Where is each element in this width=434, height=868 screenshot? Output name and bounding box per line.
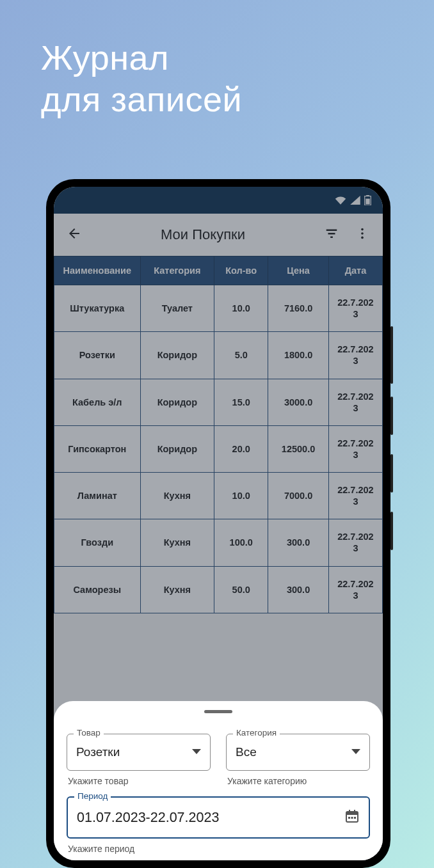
wifi-icon xyxy=(335,196,346,205)
cell-category: Туалет xyxy=(140,285,214,332)
cellular-icon xyxy=(350,196,360,205)
cell-date: 22.7.2023 xyxy=(328,379,382,425)
status-bar xyxy=(54,187,383,214)
table-row[interactable]: РозеткиКоридор5.01800.022.7.2023 xyxy=(54,332,383,379)
svg-rect-7 xyxy=(346,812,358,815)
calendar-icon xyxy=(344,809,360,826)
cell-qty: 5.0 xyxy=(214,332,268,379)
cell-date: 22.7.2023 xyxy=(328,332,382,379)
phone-side-button xyxy=(390,512,393,550)
cell-name: Штукатурка xyxy=(54,285,141,332)
th-price: Цена xyxy=(268,256,329,285)
cell-qty: 10.0 xyxy=(214,473,268,519)
hero-line2: для записей xyxy=(41,79,242,120)
cell-date: 22.7.2023 xyxy=(328,285,382,332)
phone-side-button xyxy=(390,454,393,493)
cell-price: 7160.0 xyxy=(268,285,329,332)
battery-icon xyxy=(364,195,371,205)
cell-price: 7000.0 xyxy=(268,473,329,519)
cell-name: Кабель э/л xyxy=(54,379,141,425)
chevron-down-icon xyxy=(351,749,360,755)
svg-rect-10 xyxy=(348,817,350,819)
product-field: Товар Розетки Укажите товар xyxy=(67,734,211,786)
hero-title: Журнал для записей xyxy=(41,37,242,120)
product-helper: Укажите товар xyxy=(68,776,209,786)
arrow-back-icon xyxy=(67,226,82,244)
cell-category: Коридор xyxy=(140,332,214,379)
cell-category: Коридор xyxy=(140,425,214,472)
table-row[interactable]: ГвоздиКухня100.0300.022.7.2023 xyxy=(54,519,383,566)
table-header-row: Наименование Категория Кол-во Цена Дата xyxy=(54,256,383,285)
svg-rect-8 xyxy=(349,810,350,813)
svg-rect-12 xyxy=(354,817,356,819)
filter-button[interactable] xyxy=(319,222,344,248)
back-button[interactable] xyxy=(61,222,87,248)
svg-rect-11 xyxy=(351,817,353,819)
svg-point-5 xyxy=(361,237,364,239)
category-helper: Укажите категорию xyxy=(227,776,369,786)
category-value: Все xyxy=(236,745,351,759)
cell-price: 12500.0 xyxy=(268,425,329,472)
cell-name: Гипсокартон xyxy=(54,425,141,472)
phone-screen: Мои Покупки Наименование Категория Кол-в… xyxy=(54,187,383,860)
product-value: Розетки xyxy=(76,745,192,759)
cell-qty: 10.0 xyxy=(214,285,268,332)
phone-power-button xyxy=(390,326,393,384)
th-name: Наименование xyxy=(54,256,141,285)
cell-category: Кухня xyxy=(140,519,214,566)
cell-name: Саморезы xyxy=(54,566,141,613)
purchases-table: Наименование Категория Кол-во Цена Дата … xyxy=(54,256,383,613)
filter-bottom-sheet: Товар Розетки Укажите товар Категория Вс… xyxy=(54,701,383,860)
cell-price: 300.0 xyxy=(268,566,329,613)
category-field: Категория Все Укажите категорию xyxy=(226,734,370,786)
cell-date: 22.7.2023 xyxy=(328,566,382,613)
filter-icon xyxy=(325,226,339,243)
hero-line1: Журнал xyxy=(41,37,242,79)
cell-date: 22.7.2023 xyxy=(328,519,382,566)
svg-rect-2 xyxy=(366,199,369,205)
svg-point-3 xyxy=(361,228,364,231)
cell-qty: 50.0 xyxy=(214,566,268,613)
cell-date: 22.7.2023 xyxy=(328,473,382,519)
svg-rect-9 xyxy=(354,810,355,813)
period-label: Период xyxy=(74,791,111,801)
cell-qty: 100.0 xyxy=(214,519,268,566)
phone-frame: Мои Покупки Наименование Категория Кол-в… xyxy=(46,179,390,868)
period-value: 01.07.2023-22.07.2023 xyxy=(77,810,344,826)
table-row[interactable]: ГипсокартонКоридор20.012500.022.7.2023 xyxy=(54,425,383,472)
cell-price: 1800.0 xyxy=(268,332,329,379)
th-date: Дата xyxy=(328,256,382,285)
cell-category: Кухня xyxy=(140,566,214,613)
app-bar: Мои Покупки xyxy=(54,214,383,256)
period-input[interactable]: Период 01.07.2023-22.07.2023 xyxy=(67,796,370,839)
category-label: Категория xyxy=(233,728,280,738)
product-dropdown[interactable]: Товар Розетки xyxy=(67,734,211,771)
th-category: Категория xyxy=(140,256,214,285)
chevron-down-icon xyxy=(192,749,201,755)
page-title: Мои Покупки xyxy=(92,226,314,243)
cell-price: 3000.0 xyxy=(268,379,329,425)
table-row[interactable]: ЛаминатКухня10.07000.022.7.2023 xyxy=(54,473,383,519)
cell-category: Кухня xyxy=(140,473,214,519)
cell-name: Гвозди xyxy=(54,519,141,566)
cell-price: 300.0 xyxy=(268,519,329,566)
th-qty: Кол-во xyxy=(214,256,268,285)
svg-point-4 xyxy=(361,232,364,235)
sheet-drag-handle[interactable] xyxy=(204,710,232,713)
table-row[interactable]: СаморезыКухня50.0300.022.7.2023 xyxy=(54,566,383,613)
cell-category: Коридор xyxy=(140,379,214,425)
cell-qty: 15.0 xyxy=(214,379,268,425)
phone-side-button xyxy=(390,397,393,435)
product-label: Товар xyxy=(74,728,104,738)
cell-qty: 20.0 xyxy=(214,425,268,472)
period-field: Период 01.07.2023-22.07.2023 Укажите пер… xyxy=(67,796,370,854)
period-helper: Укажите период xyxy=(68,844,369,854)
table-row[interactable]: ШтукатуркаТуалет10.07160.022.7.2023 xyxy=(54,285,383,332)
cell-name: Розетки xyxy=(54,332,141,379)
more-button[interactable] xyxy=(350,222,375,248)
cell-date: 22.7.2023 xyxy=(328,425,382,472)
cell-name: Ламинат xyxy=(54,473,141,519)
category-dropdown[interactable]: Категория Все xyxy=(226,734,370,771)
table-row[interactable]: Кабель э/лКоридор15.03000.022.7.2023 xyxy=(54,379,383,425)
more-vert-icon xyxy=(355,226,369,243)
